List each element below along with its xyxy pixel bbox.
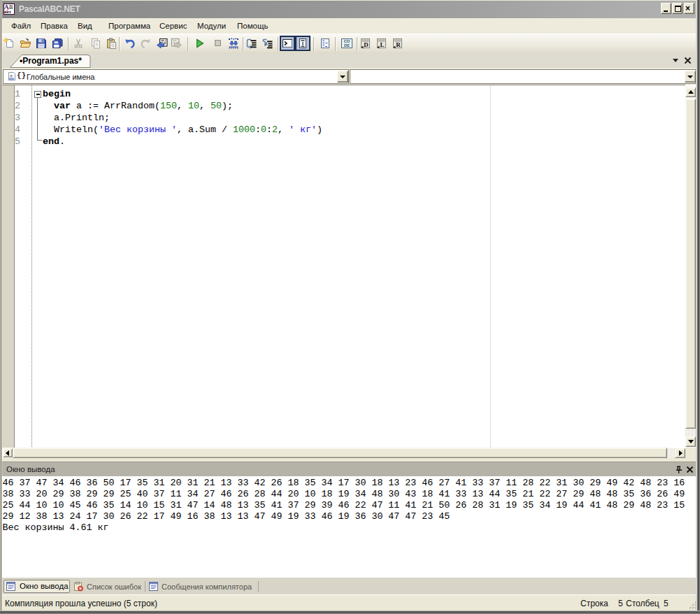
svg-text:L: L (380, 41, 384, 48)
svg-text:D: D (364, 41, 369, 48)
svg-text:нет: нет (4, 9, 12, 14)
svg-text:R: R (396, 41, 401, 48)
svg-text:DE: DE (344, 43, 350, 48)
